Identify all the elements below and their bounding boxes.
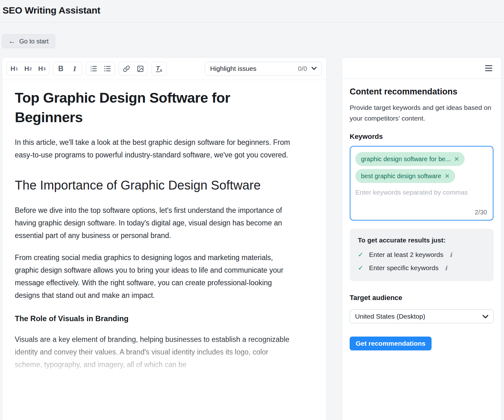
target-audience-select[interactable]: United States (Desktop) <box>350 309 494 323</box>
editor-toolbar: H1 H2 H3 B I <box>2 58 326 80</box>
keywords-counter: 2/30 <box>475 209 487 216</box>
page-title: SEO Writing Assistant <box>3 5 504 16</box>
highlight-issues-label: Highlight issues <box>210 65 256 72</box>
document-title: Top Graphic Design Software for Beginner… <box>15 88 291 127</box>
tip-label: Enter at least 2 keywords <box>369 251 444 258</box>
svg-text:3: 3 <box>90 70 92 72</box>
bold-button[interactable]: B <box>54 62 68 75</box>
subheader: ← Go to start <box>0 23 504 57</box>
ordered-list-icon: 1 2 3 <box>90 65 97 72</box>
document-paragraph: In this article, we'll take a look at th… <box>15 136 291 161</box>
document-paragraph-truncated: Visuals are a key element of branding, h… <box>15 333 291 371</box>
list-buttons-group: 1 2 3 <box>86 62 115 76</box>
text-style-group: B I <box>53 62 82 76</box>
panel-subtitle: Provide target keywords and get ideas ba… <box>350 102 494 124</box>
seo-writing-assistant-app: SEO Writing Assistant ← Go to start H1 H… <box>0 0 504 420</box>
keywords-input[interactable]: graphic design software for be... × best… <box>350 146 494 221</box>
keywords-label: Keywords <box>350 133 494 141</box>
chevron-down-icon <box>307 66 317 71</box>
recommendations-panel: Content recommendations Provide target k… <box>342 57 501 420</box>
remove-keyword-icon[interactable]: × <box>445 172 450 180</box>
h3-button[interactable]: H3 <box>35 62 49 75</box>
get-recommendations-button[interactable]: Get recommendations <box>350 337 432 350</box>
unordered-list-button[interactable] <box>100 62 114 75</box>
keywords-placeholder: Enter keywords separated by commas <box>355 189 488 196</box>
h2-button[interactable]: H2 <box>21 62 35 75</box>
clear-formatting-icon: Tx <box>156 65 162 73</box>
keyword-tag: graphic design software for be... × <box>355 152 465 166</box>
clear-format-group: Tx <box>152 62 167 76</box>
insert-buttons-group <box>119 62 148 76</box>
h1-button[interactable]: H1 <box>7 62 21 75</box>
info-icon[interactable]: i <box>445 264 447 271</box>
target-audience-value: United States (Desktop) <box>355 313 425 320</box>
document-h3: The Role of Visuals in Branding <box>15 314 291 323</box>
panel-title: Content recommendations <box>350 87 494 97</box>
app-header: SEO Writing Assistant <box>0 0 504 23</box>
tip-label: Enter specific keywords <box>369 264 439 272</box>
keyword-tag-label: graphic design software for be... <box>361 156 451 163</box>
editor-card: H1 H2 H3 B I <box>2 57 327 420</box>
link-button[interactable] <box>119 62 133 75</box>
document-paragraph: Before we dive into the top software opt… <box>15 204 291 242</box>
panel-header <box>342 58 501 79</box>
clear-formatting-button[interactable]: Tx <box>152 62 166 75</box>
link-icon <box>123 65 130 72</box>
tip-item: ✓ Enter at least 2 keywords i <box>358 251 485 258</box>
image-button[interactable] <box>133 62 147 75</box>
heading-buttons-group: H1 H2 H3 <box>7 62 49 76</box>
unordered-list-icon <box>104 65 111 72</box>
ordered-list-button[interactable]: 1 2 3 <box>87 62 100 75</box>
tip-item: ✓ Enter specific keywords i <box>358 264 485 272</box>
main-layout: H1 H2 H3 B I <box>0 57 504 420</box>
tips-box: To get accurate results just: ✓ Enter at… <box>350 229 494 281</box>
back-arrow-icon: ← <box>9 38 15 45</box>
chevron-down-icon <box>483 313 488 320</box>
info-icon[interactable]: i <box>450 251 452 258</box>
panel-body: Content recommendations Provide target k… <box>342 79 501 350</box>
menu-icon[interactable] <box>484 64 494 72</box>
keyword-tag: best graphic design software × <box>355 169 455 183</box>
document-h2: The Importance of Graphic Design Softwar… <box>15 175 291 195</box>
tips-title: To get accurate results just: <box>358 236 485 244</box>
go-to-start-button[interactable]: ← Go to start <box>2 34 55 48</box>
issues-count: 0/0 <box>298 65 307 72</box>
target-audience-label: Target audience <box>350 294 494 302</box>
highlight-issues-dropdown[interactable]: Highlight issues 0/0 <box>205 62 322 76</box>
check-icon: ✓ <box>358 251 364 258</box>
document-paragraph: From creating social media graphics to d… <box>15 251 291 302</box>
keyword-tag-label: best graphic design software <box>361 173 441 180</box>
image-icon <box>137 65 144 72</box>
check-icon: ✓ <box>358 264 364 272</box>
document-editor[interactable]: Top Graphic Design Software for Beginner… <box>2 80 326 371</box>
italic-button[interactable]: I <box>68 62 82 75</box>
remove-keyword-icon[interactable]: × <box>455 155 459 163</box>
go-to-start-label: Go to start <box>19 38 49 45</box>
